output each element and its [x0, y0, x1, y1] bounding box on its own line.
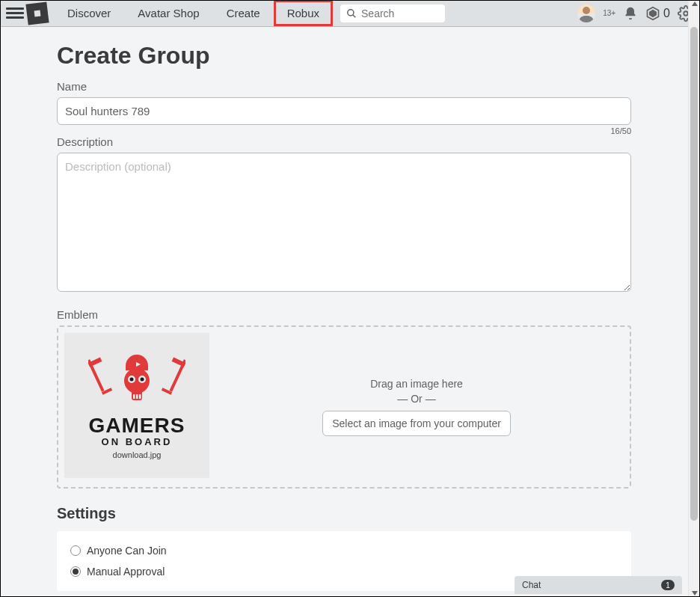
chat-bar[interactable]: Chat 1 — [515, 576, 682, 594]
scroll-up-icon[interactable] — [692, 1, 698, 6]
or-text: — Or — — [397, 393, 435, 405]
description-label: Description — [57, 135, 631, 148]
drag-image-text: Drag an image here — [370, 378, 463, 390]
emblem-text-line1: GAMERS — [89, 415, 185, 436]
group-name-input[interactable] — [57, 97, 631, 125]
svg-marker-3 — [650, 10, 656, 16]
notifications-icon[interactable] — [623, 6, 638, 21]
emblem-text-line2: ON BOARD — [102, 436, 173, 447]
svg-rect-8 — [172, 357, 185, 367]
radio-anyone-can-join[interactable]: Anyone Can Join — [70, 540, 618, 561]
age-badge: 13+ — [603, 9, 615, 17]
chat-badge: 1 — [661, 580, 675, 590]
svg-rect-19 — [136, 394, 138, 399]
search-box[interactable] — [340, 4, 445, 22]
chat-label: Chat — [522, 580, 541, 590]
robux-balance-value: 0 — [663, 7, 670, 20]
select-image-button[interactable]: Select an image from your computer — [322, 411, 511, 436]
nav-robux[interactable]: Robux — [274, 0, 333, 26]
emblem-filename: download.jpg — [113, 450, 162, 459]
svg-rect-18 — [133, 394, 135, 399]
nav-avatar-shop[interactable]: Avatar Shop — [124, 0, 212, 26]
nav-right: 13+ 0 — [577, 4, 694, 22]
emblem-label: Emblem — [57, 308, 631, 321]
svg-point-0 — [348, 9, 354, 15]
emblem-instructions: Drag an image here — Or — Select an imag… — [209, 333, 624, 481]
hamburger-menu-icon[interactable] — [6, 4, 24, 22]
search-icon — [346, 8, 357, 19]
emblem-image-preview — [88, 352, 185, 412]
robux-balance[interactable]: 0 — [645, 6, 670, 21]
radio-icon[interactable] — [70, 545, 81, 556]
svg-point-11 — [124, 368, 150, 394]
radio-icon[interactable] — [70, 566, 81, 577]
radio-label: Anyone Can Join — [87, 545, 167, 557]
roblox-logo-icon[interactable] — [25, 1, 49, 25]
svg-rect-7 — [88, 357, 102, 367]
nav-create[interactable]: Create — [213, 0, 274, 26]
name-char-counter: 16/50 — [57, 126, 631, 135]
svg-line-1 — [353, 14, 356, 17]
search-input[interactable] — [361, 7, 439, 19]
emblem-dropzone[interactable]: GAMERS ON BOARD download.jpg Drag an ima… — [57, 325, 631, 489]
page-title: Create Group — [57, 42, 631, 70]
avatar-icon[interactable] — [577, 4, 595, 22]
svg-point-17 — [141, 377, 144, 381]
scrollbar-thumb[interactable] — [690, 27, 698, 521]
scrollbar-track[interactable] — [688, 0, 700, 597]
settings-heading: Settings — [57, 505, 631, 522]
description-textarea[interactable] — [57, 153, 631, 292]
top-navbar: Discover Avatar Shop Create Robux 13+ 0 — [0, 0, 700, 27]
radio-label: Manual Approval — [87, 566, 165, 578]
nav-discover[interactable]: Discover — [54, 0, 124, 26]
main-content: Create Group Name 16/50 Description Embl… — [0, 27, 688, 597]
emblem-thumbnail: GAMERS ON BOARD download.jpg — [64, 333, 209, 478]
svg-rect-20 — [139, 394, 141, 399]
svg-point-16 — [130, 377, 134, 381]
svg-point-4 — [684, 11, 688, 16]
scroll-down-icon[interactable] — [692, 591, 698, 596]
name-label: Name — [57, 80, 631, 93]
nav-links: Discover Avatar Shop Create Robux — [54, 0, 333, 26]
